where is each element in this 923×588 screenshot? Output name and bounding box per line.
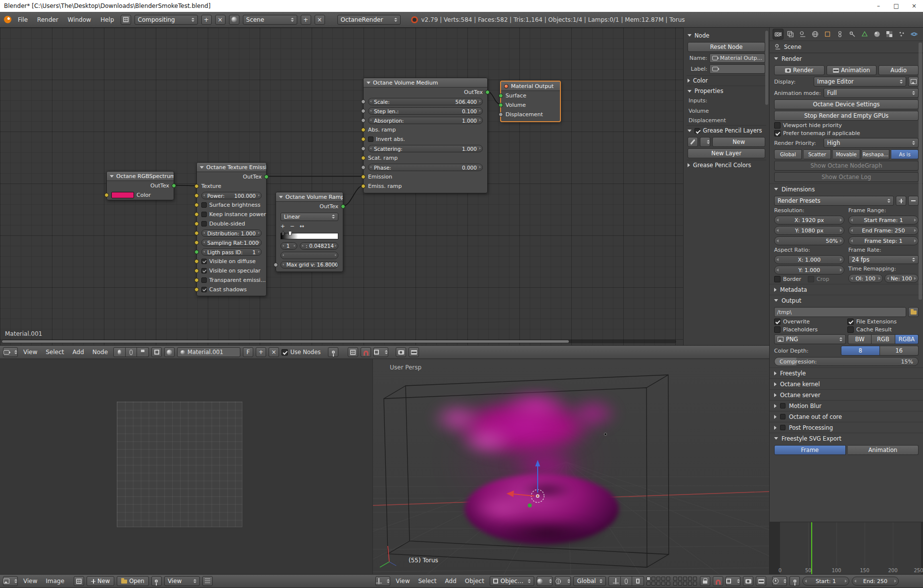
panel-color-header[interactable]: Color bbox=[687, 75, 766, 86]
menu-view[interactable]: View bbox=[20, 578, 40, 585]
border-checkbox[interactable] bbox=[774, 276, 781, 282]
opengl-render-button[interactable] bbox=[743, 576, 753, 586]
input-socket[interactable] bbox=[194, 259, 199, 264]
screen-layout-icon[interactable] bbox=[121, 15, 131, 25]
layers-widget-right[interactable] bbox=[673, 577, 697, 586]
input-socket[interactable] bbox=[194, 193, 199, 198]
editor-type-button[interactable] bbox=[3, 576, 18, 586]
pin-button[interactable] bbox=[328, 347, 338, 357]
orientation-dropdown[interactable]: Global bbox=[573, 576, 606, 586]
menu-add[interactable]: Add bbox=[70, 349, 87, 356]
panel-freestyle-svg-header[interactable]: Freestyle SVG Export bbox=[770, 433, 923, 444]
material-browse-button[interactable] bbox=[164, 347, 175, 357]
double-sided-checkbox[interactable] bbox=[201, 221, 207, 226]
step-length-field[interactable]: Step len.:0.100 bbox=[368, 107, 483, 115]
input-socket[interactable] bbox=[194, 287, 199, 292]
menu-window[interactable]: Window bbox=[65, 16, 94, 23]
panel-metadata-header[interactable]: Metadata bbox=[770, 284, 923, 295]
show-octane-log-button[interactable]: Show Octane Log bbox=[774, 172, 919, 182]
ramp-flip-button[interactable]: ↔ bbox=[299, 223, 304, 229]
panel-grease-pencil-layers-header[interactable]: Grease Pencil Layers bbox=[687, 125, 766, 136]
interpolation-dropdown[interactable]: Linear bbox=[280, 213, 338, 221]
input-socket[interactable] bbox=[274, 263, 278, 267]
mode-movable-button[interactable]: Movable bbox=[833, 149, 860, 159]
distribution-field[interactable]: Distribution:1.000 bbox=[201, 229, 262, 237]
ramp-stop-0[interactable] bbox=[281, 231, 285, 235]
input-socket[interactable] bbox=[361, 184, 366, 188]
render-presets-dropdown[interactable]: Render Presets bbox=[774, 196, 894, 206]
uv-image-editor[interactable] bbox=[0, 359, 372, 574]
snap-toggle-button[interactable] bbox=[713, 576, 723, 586]
frame-step-field[interactable]: Frame Step: 1 bbox=[848, 236, 919, 245]
node-volume-medium[interactable]: Octane Volume Medium OutTex Scale:506.40… bbox=[363, 78, 488, 193]
ramp-stop-1[interactable] bbox=[288, 231, 292, 235]
scene-browse-icon[interactable] bbox=[229, 15, 239, 25]
sampling-rate-field[interactable]: Sampling Rat:1.000 bbox=[201, 239, 262, 246]
node-volume-ramp[interactable]: Octane Volume Ramp ... OutTex Linear + −… bbox=[276, 192, 343, 272]
tab-modifiers-icon[interactable] bbox=[847, 29, 858, 40]
octane-device-settings-button[interactable]: Octane Device Settings bbox=[774, 99, 919, 109]
image-browse-button[interactable] bbox=[74, 576, 84, 586]
material-slot-button[interactable] bbox=[151, 347, 162, 357]
menu-select[interactable]: Select bbox=[415, 578, 439, 585]
show-nodegraph-button[interactable]: Show Octane NodeGraph bbox=[774, 161, 919, 171]
display-channels-button[interactable] bbox=[202, 576, 213, 586]
node-header[interactable]: Octane Texture Emissi... bbox=[197, 163, 266, 172]
scene-dropdown[interactable]: Scene bbox=[243, 15, 297, 25]
panel-output-header[interactable]: Output bbox=[770, 295, 923, 306]
start-frame-field[interactable]: Start: 1 bbox=[802, 577, 849, 586]
aspect-y-field[interactable]: Y: 1.000 bbox=[774, 266, 844, 274]
maximize-button[interactable]: □ bbox=[887, 0, 905, 12]
input-socket[interactable] bbox=[361, 146, 366, 151]
node-name-field[interactable]: Material Outp... bbox=[709, 53, 765, 63]
file-extensions-checkbox[interactable] bbox=[847, 318, 854, 325]
panel-freestyle-header[interactable]: Freestyle bbox=[770, 367, 923, 378]
node-material-output[interactable]: Material Output Surface Volume Displacem… bbox=[500, 81, 561, 122]
pin-button[interactable] bbox=[151, 576, 162, 586]
input-socket[interactable] bbox=[194, 212, 199, 217]
collapse-icon[interactable] bbox=[279, 196, 283, 198]
surface-brightness-checkbox[interactable] bbox=[201, 202, 207, 208]
mode-scatter-button[interactable]: Scatter bbox=[804, 149, 831, 159]
menu-select[interactable]: Select bbox=[43, 349, 67, 356]
manipulator-x-axis[interactable] bbox=[513, 494, 534, 496]
menu-image[interactable]: Image bbox=[43, 578, 67, 585]
overwrite-checkbox[interactable] bbox=[774, 318, 781, 325]
input-socket[interactable] bbox=[499, 103, 503, 107]
panel-grease-pencil-colors-header[interactable]: Grease Pencil Colors bbox=[687, 160, 766, 170]
input-socket[interactable] bbox=[194, 269, 199, 273]
panel-properties-header[interactable]: Properties bbox=[687, 86, 766, 96]
browse-folder-button[interactable] bbox=[908, 307, 919, 317]
input-socket[interactable] bbox=[361, 118, 366, 123]
timeline-playhead[interactable] bbox=[811, 522, 812, 574]
sidebar-scrollbar[interactable] bbox=[765, 31, 768, 105]
display-extra-button[interactable] bbox=[908, 77, 919, 87]
render-animation-button[interactable]: Animation bbox=[827, 65, 877, 75]
input-socket[interactable] bbox=[499, 93, 503, 98]
input-socket[interactable] bbox=[499, 112, 503, 117]
color-ramp[interactable] bbox=[280, 231, 338, 240]
node-header[interactable]: Material Output bbox=[501, 82, 560, 91]
panel-octane-kernel-header[interactable]: Octane kernel bbox=[770, 378, 923, 389]
tab-world-icon[interactable] bbox=[810, 29, 821, 40]
tab-object-icon[interactable] bbox=[822, 29, 833, 40]
snap-element-dropdown[interactable] bbox=[726, 576, 740, 586]
node-editor[interactable]: Octane RGBSpectrum ... OutTex Color Octa… bbox=[0, 28, 683, 345]
collapse-icon[interactable] bbox=[110, 175, 114, 178]
add-layout-button[interactable]: + bbox=[201, 15, 212, 25]
grease-pencil-draw-button[interactable] bbox=[688, 137, 698, 147]
start-frame-field[interactable]: Start Frame: 1 bbox=[848, 216, 919, 225]
grease-pencil-checkbox[interactable] bbox=[694, 128, 700, 134]
menu-view[interactable]: View bbox=[393, 578, 413, 585]
pivot-dropdown[interactable] bbox=[555, 576, 571, 586]
scrollbar-thumb[interactable] bbox=[2, 340, 569, 343]
tab-constraints-icon[interactable] bbox=[834, 29, 845, 40]
input-socket[interactable] bbox=[361, 99, 366, 104]
render-still-button[interactable]: Render bbox=[774, 65, 825, 75]
layers-widget-left[interactable] bbox=[646, 577, 671, 586]
material-name-field[interactable]: Material.001 bbox=[177, 347, 240, 357]
render-engine-dropdown[interactable]: OctaneRender bbox=[337, 15, 401, 25]
blender-logo-icon[interactable] bbox=[4, 16, 11, 23]
menu-help[interactable]: Help bbox=[97, 16, 117, 23]
absorption-field[interactable]: Absorption:1.000 bbox=[368, 117, 483, 124]
